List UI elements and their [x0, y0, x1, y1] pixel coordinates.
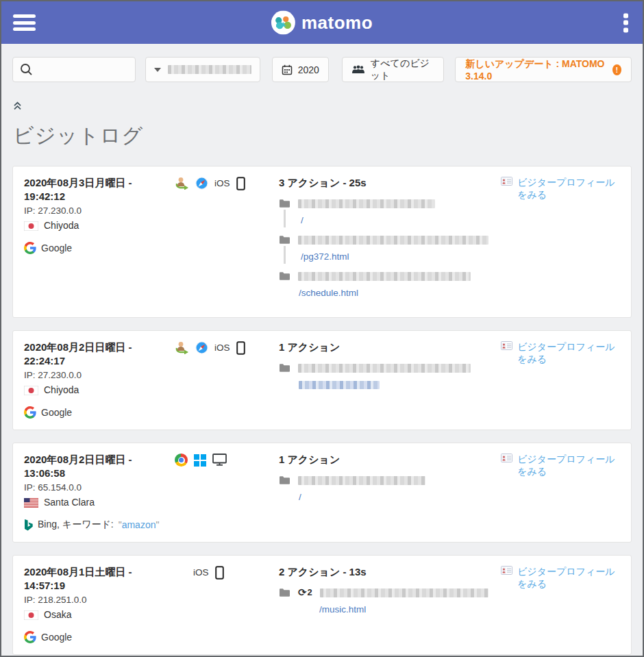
visit-location: Osaka — [24, 608, 175, 621]
matomo-logo: matomo — [271, 11, 373, 35]
action-item: / — [279, 197, 488, 227]
visit-ip: IP: 27.230.0.0 — [24, 369, 175, 382]
referrer-label: Google — [41, 407, 72, 418]
visit-location: Chiyoda — [24, 219, 175, 232]
visit-actions: 1 アクション / — [279, 453, 488, 531]
google-icon — [24, 242, 36, 254]
os-label: iOS — [193, 566, 209, 579]
page-url-link[interactable]: /pg372.html — [301, 251, 349, 262]
visit-referrer: Google — [24, 406, 175, 419]
update-notice[interactable]: 新しいアップデート : MATOMO 3.14.0 ! — [455, 57, 632, 82]
period-label: 2020 — [298, 64, 319, 75]
action-item: ⟳2 /music.html — [279, 586, 488, 617]
visitor-profile-label: ビジタープロフィールをみる — [517, 566, 620, 591]
safari-icon — [195, 341, 208, 354]
referrer-label: Google — [41, 243, 72, 253]
redacted-page-title — [298, 476, 425, 485]
toolbar: 2020 すべてのビジット 新しいアップデート : MATOMO 3.14.0 … — [1, 44, 643, 82]
users-icon — [352, 65, 364, 74]
quote-char: " — [156, 519, 159, 530]
kebab-menu-icon[interactable] — [623, 11, 628, 35]
search-keyword: "amazon" — [119, 519, 160, 530]
id-card-icon — [501, 177, 512, 186]
page-url-link[interactable]: / — [301, 215, 304, 225]
desktop-monitor-icon — [212, 454, 227, 466]
action-item: / — [279, 474, 488, 504]
visit-entry: 2020年08月2日日曜日 - 22:24:17 IP: 27.230.0.0 … — [12, 330, 632, 430]
mobile-phone-icon — [236, 177, 245, 190]
visit-datetime: 2020年08月2日日曜日 - 22:24:17 — [24, 340, 175, 368]
reload-count: 2 — [308, 587, 312, 598]
visit-system-icons: iOS — [175, 176, 279, 306]
top-bar: matomo — [1, 1, 643, 44]
folder-icon — [279, 363, 290, 373]
id-card-icon — [501, 566, 512, 575]
google-icon — [24, 406, 36, 419]
folder-icon — [279, 475, 290, 485]
folder-icon — [279, 271, 290, 281]
visit-ip: IP: 27.230.0.0 — [24, 205, 175, 217]
keyword-link[interactable]: amazon — [122, 519, 156, 530]
visit-meta: 2020年08月1日土曜日 - 14:57:19 IP: 218.251.0.0… — [24, 565, 175, 643]
safari-icon — [195, 177, 208, 190]
visit-datetime: 2020年08月2日日曜日 - 13:06:58 — [24, 453, 175, 480]
os-label: iOS — [214, 177, 230, 190]
visit-meta: 2020年08月2日日曜日 - 13:06:58 IP: 65.154.0.0 … — [24, 453, 175, 531]
visit-datetime: 2020年08月1日土曜日 - 14:57:19 — [24, 565, 175, 593]
site-selector[interactable] — [145, 57, 260, 82]
visit-referrer: Google — [24, 631, 175, 643]
visitor-profile-label: ビジタープロフィールをみる — [517, 454, 620, 478]
folder-icon — [279, 235, 290, 245]
visit-entry: 2020年08月1日土曜日 - 14:57:19 IP: 218.251.0.0… — [12, 555, 632, 655]
os-label: iOS — [214, 341, 230, 354]
visit-city: Chiyoda — [44, 384, 79, 397]
mobile-phone-icon — [215, 566, 224, 580]
visit-city: Osaka — [44, 608, 71, 621]
japan-flag-icon — [24, 610, 38, 620]
visit-location: Santa Clara — [24, 496, 175, 509]
visitor-profile-link[interactable]: ビジタープロフィールをみる — [501, 177, 620, 306]
visit-city: Santa Clara — [44, 496, 95, 509]
brand-wordmark: matomo — [301, 12, 373, 34]
visitor-profile-link[interactable]: ビジタープロフィールをみる — [501, 341, 620, 419]
visit-referrer: Bing, キーワード: "amazon" — [24, 519, 175, 531]
segment-selector[interactable]: すべてのビジット — [342, 57, 444, 82]
caret-down-icon — [154, 68, 161, 72]
double-chevron-up-icon[interactable] — [13, 101, 22, 110]
action-summary: 3 アクション - 25s — [279, 176, 488, 190]
page-title: ビジットログ — [13, 122, 643, 150]
visitor-profile-label: ビジタープロフィールをみる — [517, 341, 620, 366]
visit-system-icons: iOS — [175, 565, 279, 643]
search-input[interactable] — [12, 57, 136, 82]
redacted-page-title — [298, 236, 488, 245]
redacted-page-url[interactable] — [299, 381, 380, 389]
visitor-profile-link[interactable]: ビジタープロフィールをみる — [501, 454, 620, 531]
visit-actions: 3 アクション - 25s / /pg372.html /schedule.ht… — [279, 176, 488, 306]
referrer-label: Google — [41, 632, 72, 643]
period-selector[interactable]: 2020 — [272, 57, 329, 82]
visit-ip: IP: 218.251.0.0 — [24, 594, 175, 606]
mobile-phone-icon — [236, 341, 245, 355]
folder-icon — [279, 588, 290, 597]
returning-visitor-icon — [175, 341, 189, 354]
redacted-page-title — [298, 364, 471, 373]
page-url-link[interactable]: /music.html — [319, 604, 366, 615]
matomo-logo-icon — [271, 11, 295, 35]
page-url-link[interactable]: /schedule.html — [299, 288, 358, 298]
visit-ip: IP: 65.154.0.0 — [24, 482, 175, 494]
visit-meta: 2020年08月2日日曜日 - 22:24:17 IP: 27.230.0.0 … — [24, 340, 175, 419]
japan-flag-icon — [24, 221, 38, 231]
visitor-profile-link[interactable]: ビジタープロフィールをみる — [501, 566, 620, 643]
id-card-icon — [501, 454, 512, 462]
page-url-link[interactable]: / — [299, 492, 301, 502]
redacted-page-title — [320, 588, 488, 597]
segment-label: すべてのビジット — [371, 58, 434, 82]
returning-visitor-icon — [175, 177, 189, 190]
reload-icon: ⟳2 — [298, 587, 312, 598]
japan-flag-icon — [24, 386, 38, 395]
visit-meta: 2020年08月3日月曜日 - 19:42:12 IP: 27.230.0.0 … — [24, 176, 175, 306]
hamburger-menu-icon[interactable] — [13, 12, 36, 34]
redacted-page-title — [298, 199, 435, 208]
windows-icon — [194, 454, 206, 467]
action-item — [279, 362, 488, 392]
